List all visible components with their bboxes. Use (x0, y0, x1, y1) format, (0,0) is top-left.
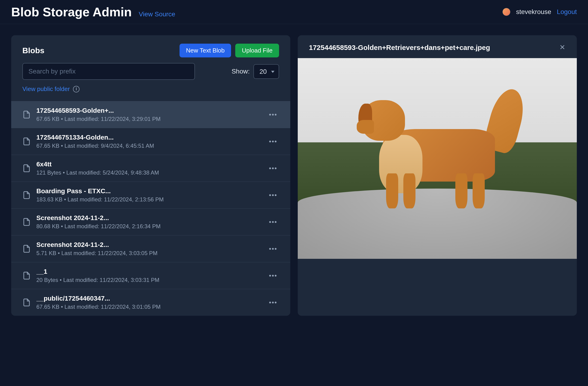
header-right: stevekrouse Logout (503, 8, 577, 16)
blobs-actions: New Text Blob Upload File (180, 44, 279, 57)
blob-meta: 67.65 KB • Last modified: 9/4/2024, 6:45… (36, 143, 262, 149)
search-row: Show: 20 (11, 63, 290, 85)
blobs-panel-header: Blobs New Text Blob Upload File (11, 44, 290, 63)
blob-name: __public/17254460347... (36, 295, 262, 302)
blob-meta: 20 Bytes • Last modified: 11/22/2024, 3:… (36, 277, 262, 283)
file-icon (22, 297, 31, 308)
close-icon (559, 44, 566, 50)
blob-meta: 67.65 KB • Last modified: 11/22/2024, 3:… (36, 116, 262, 122)
blob-meta: 80.68 KB • Last modified: 11/22/2024, 2:… (36, 223, 262, 230)
blob-more-button[interactable]: ••• (267, 189, 279, 201)
logout-link[interactable]: Logout (557, 8, 577, 16)
file-icon (22, 136, 31, 147)
blob-more-button[interactable]: ••• (267, 109, 279, 120)
blob-info: Screenshot 2024-11-2... 80.68 KB • Last … (36, 214, 262, 230)
blob-list: 172544658593-Golden+... 67.65 KB • Last … (11, 101, 290, 316)
blob-more-button[interactable]: ••• (267, 270, 279, 281)
search-input[interactable] (22, 63, 195, 80)
new-text-blob-button[interactable]: New Text Blob (180, 44, 231, 57)
show-label: Show: (231, 68, 250, 75)
blob-name: 1725446751334-Golden... (36, 134, 262, 141)
preview-filename: 172544658593-Golden+Retrievers+dans+pet+… (309, 44, 490, 52)
blob-item[interactable]: Screenshot 2024-11-2... 80.68 KB • Last … (11, 208, 290, 235)
public-folder-row: View public folder i (11, 85, 290, 101)
app-title: Blob Storage Admin (11, 5, 132, 19)
file-icon (22, 190, 31, 200)
blob-info: 6x4tt 121 Bytes • Last modified: 5/24/20… (36, 160, 262, 176)
file-icon (22, 217, 31, 227)
upload-file-button[interactable]: Upload File (235, 44, 279, 57)
blob-info: Boarding Pass - ETXC... 183.63 KB • Last… (36, 187, 262, 203)
blob-meta: 5.71 KB • Last modified: 11/22/2024, 3:0… (36, 250, 262, 256)
show-select[interactable]: 20 (253, 64, 279, 79)
blob-meta: 121 Bytes • Last modified: 5/24/2024, 9:… (36, 169, 262, 176)
preview-panel: 172544658593-Golden+Retrievers+dans+pet+… (298, 35, 577, 316)
blob-item[interactable]: Boarding Pass - ETXC... 183.63 KB • Last… (11, 182, 290, 208)
blob-info: __public/17254460347... 67.65 KB • Last … (36, 295, 262, 310)
blob-info: Screenshot 2024-11-2... 5.71 KB • Last m… (36, 241, 262, 256)
user-avatar[interactable] (503, 8, 510, 16)
info-icon[interactable]: i (73, 86, 80, 92)
preview-header: 172544658593-Golden+Retrievers+dans+pet+… (298, 41, 577, 58)
blob-more-button[interactable]: ••• (267, 136, 279, 147)
blob-meta: 67.65 KB • Last modified: 11/22/2024, 3:… (36, 304, 262, 310)
file-icon (22, 271, 31, 281)
preview-image (298, 58, 577, 259)
blob-info: __1 20 Bytes • Last modified: 11/22/2024… (36, 268, 262, 283)
blob-item[interactable]: 1725446751334-Golden... 67.65 KB • Last … (11, 128, 290, 155)
blobs-title: Blobs (22, 46, 44, 55)
main-layout: Blobs New Text Blob Upload File Show: 20… (0, 24, 588, 327)
view-source-link[interactable]: View Source (139, 10, 175, 18)
blob-name: 6x4tt (36, 160, 262, 168)
app-header: Blob Storage Admin View Source stevekrou… (0, 0, 588, 24)
blob-info: 172544658593-Golden+... 67.65 KB • Last … (36, 107, 262, 122)
blob-more-button[interactable]: ••• (267, 243, 279, 254)
header-left: Blob Storage Admin View Source (11, 5, 175, 19)
file-icon (22, 244, 31, 254)
blob-name: 172544658593-Golden+... (36, 107, 262, 114)
blob-meta: 183.63 KB • Last modified: 11/22/2024, 2… (36, 196, 262, 203)
file-icon (22, 110, 31, 120)
username-label: stevekrouse (516, 8, 551, 16)
file-icon (22, 163, 31, 173)
blob-item[interactable]: __1 20 Bytes • Last modified: 11/22/2024… (11, 262, 290, 289)
blob-more-button[interactable]: ••• (267, 163, 279, 174)
blob-more-button[interactable]: ••• (267, 216, 279, 227)
blob-item[interactable]: 6x4tt 121 Bytes • Last modified: 5/24/20… (11, 155, 290, 182)
show-group: Show: 20 (231, 64, 279, 79)
blob-name: Screenshot 2024-11-2... (36, 241, 262, 249)
blob-item[interactable]: Screenshot 2024-11-2... 5.71 KB • Last m… (11, 235, 290, 262)
blob-name: Screenshot 2024-11-2... (36, 214, 262, 222)
blobs-panel: Blobs New Text Blob Upload File Show: 20… (11, 35, 290, 316)
show-select-wrapper: 20 (253, 64, 279, 79)
blob-item[interactable]: 172544658593-Golden+... 67.65 KB • Last … (11, 101, 290, 128)
blob-more-button[interactable]: ••• (267, 297, 279, 308)
blob-info: 1725446751334-Golden... 67.65 KB • Last … (36, 134, 262, 149)
blob-name: Boarding Pass - ETXC... (36, 187, 262, 195)
view-public-folder-link[interactable]: View public folder (22, 85, 70, 93)
blob-name: __1 (36, 268, 262, 275)
close-preview-button[interactable] (559, 44, 566, 52)
blob-item[interactable]: __public/17254460347... 67.65 KB • Last … (11, 289, 290, 316)
image-content (298, 58, 577, 259)
